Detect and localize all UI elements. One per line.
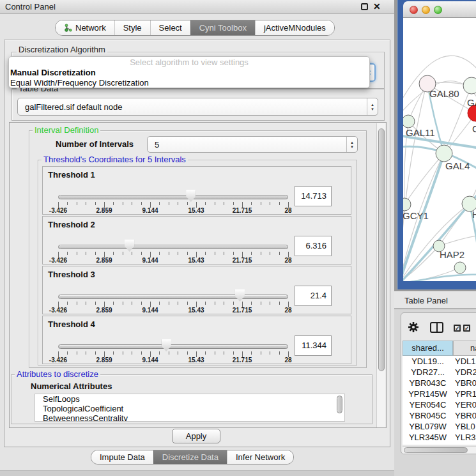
- threshold-slider-track[interactable]: [58, 195, 288, 199]
- threshold-value-field[interactable]: 21.4: [295, 286, 332, 306]
- number-of-intervals-combobox[interactable]: 5 ▲▼: [147, 136, 358, 153]
- checkbox-icon[interactable]: ✓: [463, 325, 470, 332]
- vertical-scrollbar-thumb[interactable]: [378, 128, 385, 371]
- slider-tick: [77, 302, 77, 305]
- minimize-traffic-light-icon[interactable]: [422, 6, 430, 14]
- slider-tick: [159, 202, 160, 205]
- close-traffic-light-icon[interactable]: [410, 6, 418, 14]
- threshold-slider-handle[interactable]: [125, 240, 134, 252]
- attribute-list-item[interactable]: BetweennessCentrality: [35, 413, 344, 422]
- number-of-intervals-value: 5: [148, 140, 346, 150]
- slider-tick: [251, 351, 252, 355]
- threshold-slider-track[interactable]: [58, 295, 288, 299]
- table-row[interactable]: YLR345WYLR3: [403, 432, 476, 443]
- slider-tick: [279, 351, 280, 355]
- close-icon[interactable]: ✕: [373, 1, 381, 12]
- bottom-tab-impute-data[interactable]: Impute Data: [91, 450, 153, 464]
- network-node[interactable]: [403, 115, 415, 128]
- network-node[interactable]: [463, 77, 476, 94]
- horizontal-scrollbar-thumb[interactable]: [404, 447, 468, 453]
- float-window-icon[interactable]: [361, 3, 368, 10]
- threshold-slider-track[interactable]: [58, 245, 288, 249]
- tab-cyni-toolbox[interactable]: Cyni Toolbox: [190, 20, 255, 35]
- slider-tick: [141, 351, 142, 355]
- checkbox-icon[interactable]: ✓: [454, 325, 461, 332]
- bottom-tab-discretize-data[interactable]: Discretize Data: [153, 450, 227, 464]
- table-row[interactable]: YER054CYER0: [403, 399, 476, 410]
- slider-tick: [261, 302, 261, 305]
- numerical-attributes-list[interactable]: SelfLoopsTopologicalCoefficientBetweenne…: [35, 394, 345, 422]
- attribute-list-item[interactable]: TopologicalCoefficient: [35, 404, 344, 413]
- table-cell: YDR2: [453, 367, 476, 378]
- slider-tick: [233, 252, 234, 255]
- vertical-scrollbar[interactable]: [376, 123, 385, 427]
- table-row[interactable]: YBR043CYBR0: [403, 378, 476, 388]
- algorithm-option-equal-width[interactable]: Equal Width/Frequency Discretization: [9, 78, 369, 88]
- table-row[interactable]: YDR27...YDR2: [403, 367, 476, 378]
- apply-button[interactable]: Apply: [172, 429, 220, 443]
- table-row[interactable]: YIL052CYIL0: [403, 443, 476, 445]
- network-node[interactable]: [454, 262, 466, 273]
- table-header-cell[interactable]: na: [453, 341, 476, 356]
- threshold-slider-handle[interactable]: [235, 289, 245, 302]
- attributes-group-title: Attributes to discretize: [15, 370, 100, 379]
- table-row[interactable]: YDL19...YDL1: [403, 356, 476, 367]
- threshold-value-field[interactable]: 11.344: [295, 335, 332, 356]
- slider-tick-label: 21.715: [228, 207, 256, 214]
- network-canvas[interactable]: GAL80GAGAL11CGAL4GCY1HHAP2: [403, 18, 476, 281]
- tab-label: Cyni Toolbox: [199, 23, 247, 33]
- tab-label: Discretize Data: [162, 452, 219, 462]
- table-row[interactable]: YPR145WYPR1: [403, 388, 476, 399]
- slider-tick-label: -3.426: [44, 307, 72, 314]
- tab-label: Select: [159, 23, 182, 33]
- slider-tick: [187, 202, 188, 205]
- threshold-label: Threshold 3: [48, 270, 95, 279]
- table-panel-container: ✓ ✓ shared...na YDL19...YDL1YDR27...YDR2…: [401, 312, 476, 454]
- table-row[interactable]: YBR045CYBR0: [403, 410, 476, 421]
- table-header-cell[interactable]: shared...: [403, 341, 453, 356]
- algorithm-option-manual[interactable]: Manual Discretization: [9, 68, 369, 78]
- tab-label: Network: [75, 23, 106, 33]
- threshold-slider-handle[interactable]: [162, 339, 171, 351]
- tab-style[interactable]: Style: [114, 20, 150, 35]
- slider-tick: [178, 202, 178, 205]
- tab-network[interactable]: Network: [56, 20, 114, 35]
- settings-scrollpane: Interval Definition Number of Intervals …: [9, 122, 387, 428]
- slider-tick: [67, 302, 68, 305]
- slider-tick-label: -3.426: [44, 357, 72, 364]
- tab-jactivemnodules[interactable]: jActiveMNodules: [255, 20, 334, 35]
- table-header-row: shared...na: [403, 341, 476, 356]
- slider-tick: [132, 302, 132, 305]
- network-node[interactable]: [436, 145, 452, 162]
- split-columns-icon[interactable]: [430, 322, 443, 333]
- slider-tick: [95, 252, 96, 255]
- threshold-value-field[interactable]: 14.713: [295, 186, 332, 206]
- table-data-combobox[interactable]: galFiltered.sif default node ▲▼: [17, 98, 378, 116]
- horizontal-scrollbar[interactable]: [403, 446, 476, 454]
- slider-tick: [205, 302, 206, 305]
- list-scrollbar-thumb[interactable]: [337, 395, 342, 413]
- bottom-tab-infer-network[interactable]: Infer Network: [227, 450, 293, 464]
- tab-select[interactable]: Select: [150, 20, 190, 35]
- network-edge[interactable]: [404, 153, 444, 204]
- attribute-list-item[interactable]: SelfLoops: [35, 394, 344, 404]
- gear-icon[interactable]: [408, 322, 418, 332]
- threshold-label: Threshold 4: [48, 319, 95, 329]
- table-cell: YPR1: [453, 388, 476, 399]
- slider-tick: [224, 252, 224, 255]
- algorithm-placeholder-option[interactable]: Select algorithm to view settings: [9, 57, 369, 68]
- threshold-slider-track[interactable]: [58, 344, 288, 349]
- table-panel-titlebar: Table Panel: [394, 291, 476, 309]
- network-node[interactable]: [403, 198, 411, 211]
- table-row[interactable]: YBL079WYBL0: [403, 421, 476, 432]
- slider-tick: [178, 351, 178, 355]
- slider-tick: [233, 202, 234, 205]
- slider-tick-label: 28: [274, 257, 302, 264]
- slider-tick: [86, 202, 86, 205]
- threshold-slider-handle[interactable]: [186, 190, 196, 202]
- network-node-label: GCY1: [403, 210, 429, 221]
- zoom-traffic-light-icon[interactable]: [434, 6, 442, 14]
- network-edge[interactable]: [403, 85, 426, 281]
- threshold-value-field[interactable]: 6.316: [295, 236, 332, 256]
- slider-tick-label: 21.715: [228, 257, 256, 264]
